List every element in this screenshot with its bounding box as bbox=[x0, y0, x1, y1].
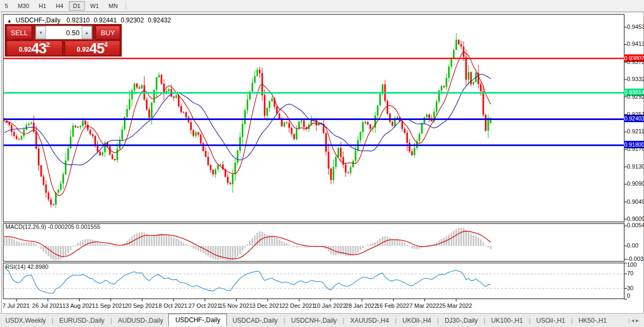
date-axis-label: 3 Dec 2021 bbox=[252, 302, 282, 309]
macd-indicator-label: MACD(12,26,9) -0.000205 0.001555 bbox=[5, 224, 100, 230]
volume-input[interactable] bbox=[46, 26, 82, 39]
price-axis-label: 0.92920 bbox=[627, 93, 644, 100]
date-axis-label: 7 Mar 2022 bbox=[410, 302, 439, 309]
chart-tab-hk50-h1[interactable]: HK50-,H1 bbox=[573, 315, 612, 326]
buy-price-prefix: 0.92 bbox=[77, 46, 89, 53]
date-axis-label: 16 Feb 2022 bbox=[376, 302, 410, 309]
price-axis-label: 0.91700 bbox=[627, 146, 644, 152]
chart-tab-ukoil-h4[interactable]: UKOil-,H4 bbox=[397, 315, 437, 326]
macd-axis-label: 0.00 bbox=[627, 242, 638, 249]
rsi-axis-label: 70 bbox=[627, 270, 633, 276]
date-axis-label: 10 Jan 2022 bbox=[314, 302, 347, 309]
tab-scroll-right-icon[interactable]: ► bbox=[635, 318, 640, 323]
macd-main-value: -0.000205 bbox=[48, 224, 74, 230]
sell-price-prefix: 0.92 bbox=[19, 46, 31, 53]
sell-price-big-digits: 43 bbox=[32, 42, 46, 55]
macd-axis-label: 0.005489 bbox=[627, 222, 644, 228]
date-axis-label: 1 Sep 2021 bbox=[95, 302, 125, 309]
macd-signal-value: 0.001555 bbox=[76, 224, 100, 230]
buy-button[interactable]: BUY bbox=[96, 26, 120, 39]
date-axis-label: 26 Jul 2021 bbox=[32, 302, 62, 309]
trading-app-window: 5M30H1H4D1W1MN ▲ USDCHF-,Daily 0.92310 0… bbox=[0, 0, 644, 327]
date-axis-label: 7 Jul 2021 bbox=[3, 302, 30, 309]
volume-stepper: ▼ ▲ bbox=[35, 26, 92, 39]
price-axis-label: 0.94530 bbox=[627, 23, 644, 30]
sell-price-display[interactable]: 0.92 43 2 bbox=[6, 41, 62, 56]
chart-tab-bar: USDX,Weekly|EURUSD-,Daily|AUDUSD-,DailyU… bbox=[0, 313, 644, 327]
price-axis-label: 0.93720 bbox=[627, 59, 644, 65]
one-click-trade-panel: SELL ▼ ▲ BUY 0.92 43 2 0.92 45 4 bbox=[5, 24, 122, 57]
tab-scroll-left-icon[interactable]: ◄ bbox=[630, 318, 635, 323]
chart-tab-usdx-weekly[interactable]: USDX,Weekly bbox=[0, 315, 51, 326]
ohlc-high: 0.92441 bbox=[93, 17, 116, 24]
chart-tab-usdcad-daily[interactable]: USDCAD-,Daily bbox=[227, 315, 283, 326]
volume-decrease-button[interactable]: ▼ bbox=[36, 26, 46, 39]
chart-tab-audusd-daily[interactable]: AUDUSD-,Daily bbox=[113, 315, 169, 326]
tab-scroll-arrows: |◄► bbox=[628, 318, 644, 323]
date-axis-label: 13 Aug 2021 bbox=[62, 302, 96, 309]
date-axis-label: 27 Oct 2021 bbox=[189, 302, 221, 309]
buy-price-display[interactable]: 0.92 45 4 bbox=[65, 41, 121, 56]
rsi-axis-label: 30 bbox=[627, 285, 633, 291]
chart-tab-uk100-h1[interactable]: UK100-,H1 bbox=[486, 315, 528, 326]
rsi-axis-label: 100 bbox=[627, 261, 637, 268]
price-axis-label: 0.91300 bbox=[627, 163, 644, 170]
chart-tab-usoil-h1[interactable]: USOil-,H1 bbox=[531, 315, 570, 326]
date-axis-label: 20 Sep 2021 bbox=[125, 302, 158, 309]
rsi-value: 42.8980 bbox=[27, 264, 49, 270]
chart-tab-dj30-daily[interactable]: DJ30-,Daily bbox=[439, 315, 483, 326]
date-axis-label: 15 Nov 2021 bbox=[219, 302, 252, 309]
ohlc-close: 0.92432 bbox=[148, 17, 171, 24]
collapse-panel-icon[interactable]: ▲ bbox=[7, 18, 12, 23]
price-axis-label: 0.90900 bbox=[627, 180, 644, 187]
chart-tab-xauusd-h4[interactable]: XAUUSD-,H4 bbox=[345, 315, 395, 326]
rsi-axis-label: 0 bbox=[627, 292, 630, 299]
buy-price-pip-digit: 4 bbox=[104, 41, 108, 49]
buy-price-big-digits: 45 bbox=[89, 42, 104, 55]
price-axis-label: 0.92510 bbox=[627, 111, 644, 117]
price-axis-label: 0.90490 bbox=[627, 198, 644, 205]
date-axis-label: 8 Oct 2021 bbox=[159, 302, 187, 309]
chart-tab-usdcnh-daily[interactable]: USDCNH-,Daily bbox=[286, 315, 342, 326]
sell-button[interactable]: SELL bbox=[6, 26, 32, 39]
price-axis-label: 0.92110 bbox=[627, 128, 644, 134]
volume-increase-button[interactable]: ▲ bbox=[82, 26, 92, 39]
chart-symbol-label: USDCHF-,Daily bbox=[15, 17, 60, 24]
price-axis-label: 0.94130 bbox=[627, 41, 644, 47]
date-axis-label: 25 Mar 2022 bbox=[439, 302, 472, 309]
sell-price-pip-digit: 2 bbox=[46, 41, 50, 49]
price-axis-label: 0.90090 bbox=[627, 216, 644, 222]
chart-tab-eurusd-daily[interactable]: EURUSD-,Daily bbox=[54, 315, 110, 326]
chart-window: ▲ USDCHF-,Daily 0.92310 0.92441 0.92302 … bbox=[1, 12, 644, 314]
chart-tab-usdchf-daily[interactable]: USDCHF-,Daily bbox=[168, 314, 227, 326]
rsi-indicator-label: RSI(14) 42.8980 bbox=[5, 264, 49, 270]
date-axis-label: 22 Dec 2021 bbox=[282, 302, 315, 309]
price-axis-label: 0.93320 bbox=[627, 76, 644, 82]
date-axis-label: 28 Jan 2022 bbox=[345, 302, 378, 309]
ohlc-low: 0.92302 bbox=[121, 17, 144, 24]
ohlc-open: 0.92310 bbox=[67, 17, 90, 24]
chart-symbol-header: ▲ USDCHF-,Daily 0.92310 0.92441 0.92302 … bbox=[7, 17, 171, 24]
